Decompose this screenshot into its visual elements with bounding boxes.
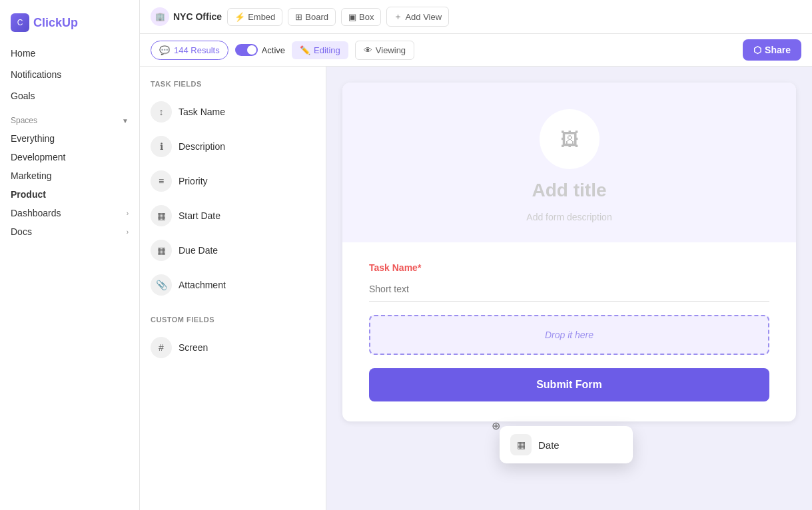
topbar: 🏢 NYC Office ⚡ Embed ⊞ Board ▣ Box ＋ Add… [140,0,812,34]
viewing-label: Viewing [376,45,406,55]
pencil-icon: ✏️ [300,45,310,55]
board-label: Board [305,12,328,22]
sidebar-item-marketing[interactable]: Marketing [0,166,139,185]
sidebar-item-dashboards[interactable]: Dashboards › [0,204,139,222]
screen-label: Screen [179,342,208,353]
task-name-icon: ↕ [151,101,172,123]
viewing-button[interactable]: 👁 Viewing [355,41,414,60]
image-icon: 🖼 [560,128,579,150]
results-badge[interactable]: 💬 144 Results [151,41,228,60]
form-field-label: Task Name* [369,262,769,273]
screen-icon: # [151,337,172,358]
notifications-label: Notifications [11,69,61,80]
logo-icon: C [11,13,29,32]
drop-zone-label: Drop it here [545,330,594,340]
drag-date-item[interactable]: ▦ Date [500,426,633,463]
submit-form-button[interactable]: Submit Form [369,368,769,401]
workspace-name: NYC Office [173,11,222,22]
form-area: 🖼 Add title Add form description Task Na… [326,67,812,510]
share-button[interactable]: ⬡ Share [743,39,801,61]
dashboards-chevron-icon: › [127,210,129,217]
dashboards-label: Dashboards [11,208,61,218]
date-field-icon: ▦ [510,434,532,455]
field-item-priority[interactable]: ≡ Priority [140,164,326,198]
sidebar-item-development[interactable]: Development [0,148,139,166]
field-item-screen[interactable]: # Screen [140,330,326,365]
box-button[interactable]: ▣ Box [341,8,381,26]
start-date-icon: ▦ [151,205,172,226]
active-label: Active [262,45,285,55]
form-desc-placeholder[interactable]: Add form description [526,212,611,222]
box-icon: ▣ [348,12,356,22]
attachment-label: Attachment [179,280,226,290]
sidebar-item-product[interactable]: Product [0,185,139,204]
box-label: Box [359,12,374,22]
task-name-label: Task Name [179,107,225,117]
board-icon: ⊞ [295,12,302,22]
editing-label: Editing [314,45,340,55]
logo-area: C ClickUp [0,7,139,43]
sidebar-item-everything[interactable]: Everything [0,129,139,148]
form-title-placeholder[interactable]: Add title [532,180,607,201]
sidebar-item-home[interactable]: Home [0,43,139,64]
drag-move-icon: ⊕ [492,419,500,432]
toggle-knob [247,45,256,55]
embed-label: Embed [248,12,275,22]
required-asterisk: * [418,262,421,273]
priority-icon: ≡ [151,170,172,192]
chat-icon: 💬 [159,45,170,55]
workspace-badge: 🏢 NYC Office [151,7,222,26]
spaces-chevron-icon: ▼ [122,117,129,125]
docs-chevron-icon: › [127,228,129,236]
description-label: Description [179,141,225,152]
active-toggle-wrap: Active [235,44,285,56]
content-area: TASK FIELDS ↕ Task Name ℹ Description ≡ … [140,67,812,510]
field-item-description[interactable]: ℹ Description [140,129,326,164]
priority-label: Priority [179,176,208,186]
fields-panel: TASK FIELDS ↕ Task Name ℹ Description ≡ … [140,67,326,510]
subtoolbar: 💬 144 Results Active ✏️ Editing 👁 Viewin… [140,34,812,67]
sidebar-item-goals[interactable]: Goals [0,85,139,107]
embed-button[interactable]: ⚡ Embed [227,8,282,26]
active-toggle[interactable] [235,44,258,56]
sidebar-item-notifications[interactable]: Notifications [0,64,139,85]
board-button[interactable]: ⊞ Board [288,8,336,26]
results-count: 144 Results [174,45,220,55]
editing-button[interactable]: ✏️ Editing [292,41,348,59]
spaces-section[interactable]: Spaces ▼ [0,112,139,129]
due-date-icon: ▦ [151,240,172,261]
add-view-label: Add View [405,12,442,22]
add-view-icon: ＋ [394,11,402,23]
workspace-icon: 🏢 [151,7,169,26]
custom-fields-title: CUSTOM FIELDS [140,313,326,330]
start-date-label: Start Date [179,210,220,221]
description-icon: ℹ [151,136,172,157]
spaces-label: Spaces [11,116,37,125]
form-body: Task Name* Drop it here Submit Form [342,242,796,421]
date-label: Date [538,439,560,451]
task-name-input[interactable] [369,277,769,302]
attachment-icon: 📎 [151,274,172,296]
field-item-task-name[interactable]: ↕ Task Name [140,95,326,129]
goals-label: Goals [11,91,35,101]
docs-label: Docs [11,226,32,237]
home-label: Home [11,48,35,59]
drop-zone[interactable]: Drop it here [369,315,769,355]
logo-text: ClickUp [33,16,78,30]
share-label: Share [765,45,791,55]
main-content: 🏢 NYC Office ⚡ Embed ⊞ Board ▣ Box ＋ Add… [140,0,812,510]
add-view-button[interactable]: ＋ Add View [386,7,449,27]
sidebar-item-docs[interactable]: Docs › [0,222,139,241]
form-header: 🖼 Add title Add form description [342,83,796,242]
field-item-attachment[interactable]: 📎 Attachment [140,268,326,302]
eye-icon: 👁 [364,45,372,55]
due-date-label: Due Date [179,245,218,256]
share-icon: ⬡ [753,45,761,55]
task-fields-title: TASK FIELDS [140,77,326,95]
embed-icon: ⚡ [234,12,245,22]
form-card: 🖼 Add title Add form description Task Na… [342,83,796,421]
field-item-start-date[interactable]: ▦ Start Date [140,198,326,233]
sidebar: C ClickUp Home Notifications Goals Space… [0,0,140,510]
field-item-due-date[interactable]: ▦ Due Date [140,233,326,268]
form-image-placeholder[interactable]: 🖼 [540,109,600,169]
